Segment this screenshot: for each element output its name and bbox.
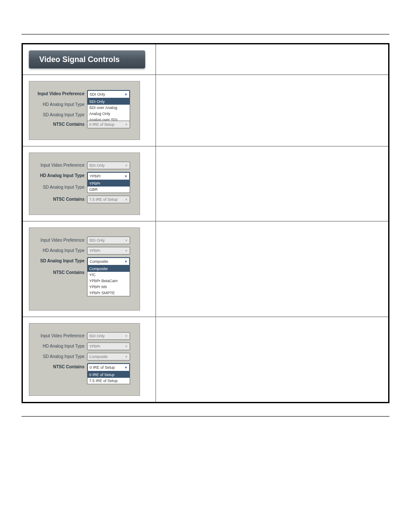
dropdown-hd-analog[interactable]: YPbPr ▾	[87, 172, 130, 180]
option-item[interactable]: SDI over Analog	[87, 105, 130, 111]
chevron-down-icon: ▾	[123, 174, 128, 179]
dropdown-hd-analog[interactable]: YPbPr ▾	[87, 247, 130, 255]
dropdown-value: 0 IRE of Setup	[89, 122, 115, 127]
dropdown-value: SDI Only	[89, 334, 105, 338]
controls-table: Video Signal Controls Input Video Prefer…	[22, 43, 389, 403]
dropdown-value: 0 IRE of Setup	[90, 365, 115, 370]
chevron-down-icon: ▾	[123, 365, 128, 370]
dropdown-value: Composite	[90, 259, 108, 264]
page-header-rule	[22, 17, 389, 34]
control-panel-4: Input Video Preference SDI Only ▾ HD Ana…	[29, 323, 140, 396]
label-ntsc: NTSC Contains	[34, 269, 87, 275]
option-item[interactable]: Y/C	[87, 272, 130, 278]
option-item[interactable]: 0 IRE of Setup	[87, 372, 130, 378]
dropdown-value: YPbPr	[89, 249, 100, 253]
label-sd-analog: SD Analog Input Type	[34, 111, 87, 117]
label-input-video-pref: Input Video Preference	[34, 162, 87, 168]
dropdown-value: 7.5 IRE of Setup	[89, 197, 118, 202]
chevron-down-icon: ▾	[124, 354, 129, 359]
label-ntsc: NTSC Contains	[34, 121, 87, 127]
dropdown-options[interactable]: Composite Y/C YPbPr BetaCam YPbPr MII YP…	[87, 266, 130, 296]
label-input-video-pref: Input Video Preference	[34, 332, 87, 338]
chevron-down-icon: ▾	[124, 122, 129, 127]
option-item[interactable]: YPbPr BetaCam	[87, 278, 130, 284]
dropdown-options[interactable]: YPbPr GBR	[87, 180, 130, 193]
label-sd-analog: SD Analog Input Type	[34, 353, 87, 359]
right-cell-3	[156, 221, 389, 317]
chevron-down-icon: ▾	[124, 163, 129, 168]
option-item[interactable]: SDI Only	[87, 99, 130, 105]
chevron-down-icon: ▾	[124, 344, 129, 349]
banner-title-text: Video Signal Controls	[39, 55, 120, 64]
dropdown-input-video-pref[interactable]: SDI Only ▾	[87, 236, 130, 244]
dropdown-hd-analog[interactable]: YPbPr ▾	[87, 342, 130, 350]
label-input-video-pref: Input Video Preference	[34, 236, 87, 243]
label-sd-analog: SD Analog Input Type	[34, 257, 87, 263]
chevron-down-icon: ▾	[124, 197, 129, 202]
option-item[interactable]: Analog Only	[87, 111, 130, 117]
dropdown-options[interactable]: SDI Only SDI over Analog Analog Only Ana…	[87, 99, 130, 123]
chevron-down-icon: ▾	[124, 238, 129, 243]
label-hd-analog: HD Analog Input Type	[34, 172, 87, 178]
control-panel-1: Input Video Preference SDI Only ▾ SDI On…	[29, 81, 140, 140]
option-item[interactable]: Composite	[87, 266, 130, 272]
page-footer-rule	[22, 416, 389, 429]
dropdown-input-video-pref[interactable]: SDI Only ▾	[87, 332, 130, 340]
option-item[interactable]: 7.5 IRE of Setup	[87, 378, 130, 384]
dropdown-value: SDI Only	[89, 163, 105, 168]
dropdown-value: Composite	[89, 355, 108, 359]
label-hd-analog: HD Analog Input Type	[34, 247, 87, 253]
label-hd-analog: HD Analog Input Type	[34, 101, 87, 107]
dropdown-value: YPbPr	[90, 174, 101, 178]
right-cell-4	[156, 317, 389, 403]
dropdown-ntsc[interactable]: 7.5 IRE of Setup ▾	[87, 196, 130, 203]
right-cell-1	[156, 75, 389, 146]
label-input-video-pref: Input Video Preference	[34, 90, 87, 96]
chevron-down-icon: ▾	[123, 259, 128, 264]
dropdown-input-video-pref[interactable]: SDI Only ▾	[87, 90, 130, 99]
dropdown-value: YPbPr	[89, 344, 100, 348]
control-panel-3: Input Video Preference SDI Only ▾ HD Ana…	[29, 227, 140, 311]
dropdown-sd-analog[interactable]: Composite ▾	[87, 257, 130, 266]
right-cell-2	[156, 146, 389, 221]
control-panel-2: Input Video Preference SDI Only ▾ HD Ana…	[29, 152, 140, 215]
label-ntsc: NTSC Contains	[34, 363, 87, 369]
dropdown-value: SDI Only	[90, 92, 105, 96]
label-sd-analog: SD Analog Input Type	[34, 184, 87, 190]
label-ntsc: NTSC Contains	[34, 196, 87, 202]
dropdown-ntsc[interactable]: 0 IRE of Setup ▾	[87, 363, 130, 372]
option-item[interactable]: YPbPr SMPTE	[87, 290, 130, 296]
chevron-down-icon: ▾	[124, 248, 129, 253]
chevron-down-icon: ▾	[123, 92, 128, 97]
section-title-banner: Video Signal Controls	[29, 50, 145, 68]
label-hd-analog: HD Analog Input Type	[34, 342, 87, 348]
dropdown-value: SDI Only	[89, 238, 105, 243]
dropdown-sd-analog[interactable]: Composite ▾	[87, 353, 130, 361]
dropdown-input-video-pref[interactable]: SDI Only ▾	[87, 162, 130, 169]
chevron-down-icon: ▾	[124, 333, 129, 339]
option-item[interactable]: YPbPr	[87, 180, 130, 187]
option-item[interactable]: YPbPr MII	[87, 284, 130, 290]
dropdown-ntsc[interactable]: 0 IRE of Setup ▾	[87, 121, 130, 128]
dropdown-options[interactable]: 0 IRE of Setup 7.5 IRE of Setup	[87, 372, 130, 384]
right-cell-banner	[156, 44, 389, 75]
option-item[interactable]: GBR	[87, 187, 130, 193]
